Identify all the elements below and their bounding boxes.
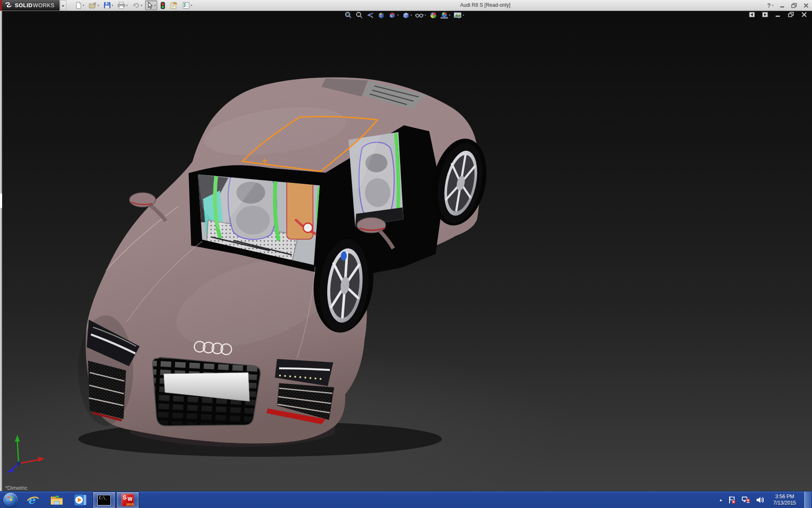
- zoom-to-area-icon: [355, 11, 363, 19]
- door-window-interior: [348, 132, 403, 227]
- select-tool-button[interactable]: ▾: [145, 0, 157, 10]
- logo-text-works: WORKS: [33, 2, 55, 8]
- taskbar-command-prompt[interactable]: C:\_: [93, 491, 115, 508]
- triad-y-axis: [15, 435, 20, 464]
- system-tray: ▲ 3:56 PM 7/13/2015: [719, 491, 812, 508]
- apply-scene-button[interactable]: ▾: [440, 11, 451, 19]
- previous-view-button[interactable]: [366, 11, 374, 19]
- doc-restore-button[interactable]: [788, 12, 794, 17]
- dropdown-arrow-icon[interactable]: ▾: [191, 4, 192, 7]
- taskbar-clock[interactable]: 3:56 PM 7/13/2015: [770, 494, 799, 506]
- display-style-button[interactable]: ▾: [402, 11, 412, 19]
- triad-x-axis: [19, 457, 44, 464]
- start-button[interactable]: [0, 492, 21, 508]
- svg-text:e: e: [28, 494, 36, 506]
- taskbar-internet-explorer[interactable]: e: [22, 491, 44, 508]
- new-document-button[interactable]: ▾: [73, 0, 86, 10]
- pane-right-button[interactable]: [762, 12, 768, 17]
- undo-arrow-icon: [132, 2, 140, 9]
- heads-up-view-toolbar: ▾ ▾ ▾: [344, 11, 464, 19]
- windows-taskbar: e C:\_ S W 2015 ▲: [0, 491, 812, 508]
- rebuild-button[interactable]: [159, 0, 167, 10]
- main-toolbar: ▾ ▾ ▾ ▾: [73, 0, 194, 10]
- help-icon: ?: [767, 2, 771, 9]
- menu-expand-button[interactable]: ▸: [60, 0, 66, 10]
- action-center-flag-icon[interactable]: [728, 496, 736, 504]
- audi-r8-model: [0, 11, 812, 491]
- show-hidden-icons-button[interactable]: ▲: [719, 498, 723, 502]
- undo-button[interactable]: ▾: [131, 0, 144, 10]
- dropdown-arrow-icon[interactable]: ▾: [126, 4, 128, 7]
- save-floppy-icon: [104, 2, 111, 9]
- taskbar-solidworks-2015[interactable]: S W 2015: [116, 491, 139, 508]
- printer-icon: [118, 2, 125, 9]
- minimize-button[interactable]: [780, 3, 785, 8]
- dropdown-arrow-icon[interactable]: ▾: [449, 14, 451, 17]
- pane-left-button[interactable]: [749, 12, 755, 17]
- open-document-button[interactable]: ▾: [87, 0, 101, 10]
- zoom-to-fit-icon: [344, 11, 352, 19]
- options-button[interactable]: ▾: [181, 0, 194, 10]
- feature-manager-splitter[interactable]: [0, 11, 2, 491]
- file-properties-note-icon: [170, 2, 178, 9]
- dropdown-arrow-icon[interactable]: ▾: [112, 4, 113, 7]
- clock-time: 3:56 PM: [774, 494, 796, 500]
- clock-date: 7/13/2015: [774, 500, 796, 506]
- hide-show-items-button[interactable]: ▾: [415, 11, 426, 19]
- dropdown-arrow-icon[interactable]: ▾: [463, 14, 464, 17]
- network-disconnected-icon[interactable]: [741, 496, 751, 504]
- graphics-area[interactable]: ▾ ▾ ▾: [0, 11, 812, 491]
- section-view-icon: [377, 11, 385, 19]
- solidworks-desktop: { "colors": { "car-body": "#9b8486", "ca…: [0, 0, 812, 508]
- doc-minimize-button[interactable]: [775, 12, 781, 17]
- view-settings-icon: [453, 11, 462, 19]
- windows-orb-icon: [3, 493, 18, 507]
- titlebar-window-controls: ? ▾: [767, 0, 809, 11]
- show-desktop-button[interactable]: [804, 491, 811, 508]
- edit-appearance-button[interactable]: [429, 11, 437, 19]
- new-document-icon: [75, 2, 82, 9]
- appearance-ball-icon: [429, 11, 437, 19]
- print-button[interactable]: ▾: [116, 0, 129, 10]
- dropdown-arrow-icon[interactable]: ▾: [97, 4, 99, 7]
- save-button[interactable]: ▾: [102, 0, 115, 10]
- sw-icon-year: 2015: [126, 502, 134, 506]
- titlebar: SOLIDWORKS ▸ ▾ ▾ ▾: [0, 0, 812, 11]
- triad-z-axis: [7, 461, 21, 473]
- file-properties-button[interactable]: [168, 0, 179, 10]
- dropdown-arrow-icon[interactable]: ▾: [397, 14, 399, 17]
- logo-text-solid: SOLID: [15, 2, 33, 8]
- volume-icon[interactable]: [756, 496, 765, 504]
- close-button[interactable]: [804, 3, 809, 8]
- previous-view-icon: [366, 11, 374, 19]
- restore-button[interactable]: [791, 3, 797, 8]
- help-dropdown-arrow-icon[interactable]: ▾: [772, 4, 774, 7]
- dropdown-arrow-icon[interactable]: ▾: [154, 4, 156, 7]
- zoom-to-fit-button[interactable]: [344, 11, 352, 19]
- logo-red-stripe: [0, 0, 2, 11]
- solidworks-3s-icon: [4, 2, 13, 9]
- open-folder-icon: [89, 2, 96, 9]
- dropdown-arrow-icon[interactable]: ▾: [411, 14, 412, 17]
- glasses-icon: [415, 11, 424, 19]
- view-orientation-button[interactable]: ▾: [388, 11, 399, 19]
- dropdown-arrow-icon[interactable]: ▾: [83, 4, 85, 7]
- apply-scene-icon: [440, 11, 448, 19]
- dropdown-arrow-icon[interactable]: ▾: [425, 14, 426, 17]
- solidworks-logo[interactable]: SOLIDWORKS: [0, 0, 60, 11]
- help-button[interactable]: ? ▾: [767, 2, 774, 9]
- taskbar-windows-explorer[interactable]: [45, 491, 68, 508]
- options-checklist-icon: [182, 2, 190, 9]
- sw-icon-letter-s: S: [123, 494, 126, 501]
- sw-icon-letter-w: W: [128, 496, 132, 502]
- window-title: Audi R8 S [Read-only]: [460, 0, 510, 11]
- view-settings-button[interactable]: ▾: [453, 11, 464, 19]
- doc-close-button[interactable]: [801, 12, 807, 17]
- splitter-handle[interactable]: [0, 193, 2, 208]
- dropdown-arrow-icon[interactable]: ▾: [141, 4, 143, 7]
- internet-explorer-icon: e: [26, 494, 40, 506]
- section-view-button[interactable]: [377, 11, 385, 19]
- taskbar-media-player[interactable]: [69, 491, 92, 508]
- zoom-to-area-button[interactable]: [355, 11, 363, 19]
- display-style-icon: [402, 11, 410, 19]
